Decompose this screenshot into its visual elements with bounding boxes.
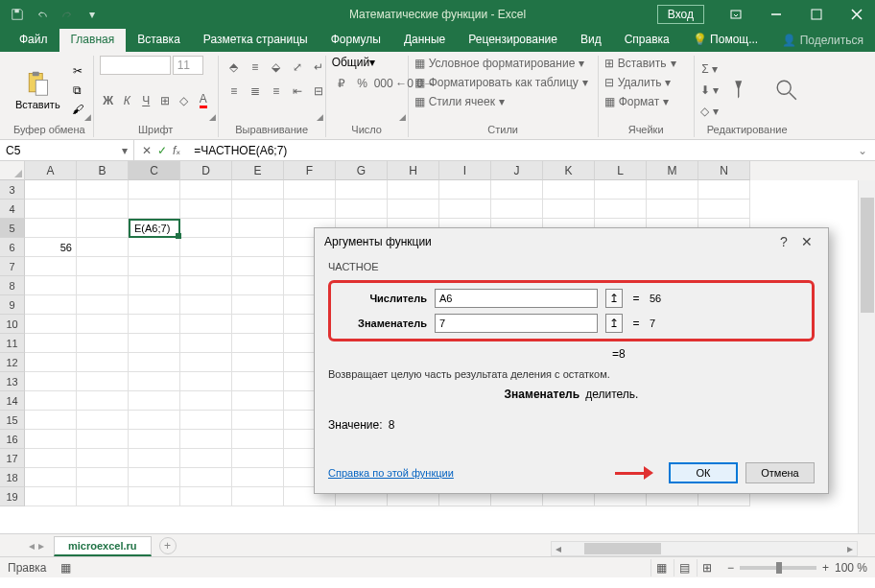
row-header[interactable]: 8	[0, 276, 25, 295]
percent-icon[interactable]: %	[353, 74, 372, 93]
cell[interactable]	[180, 257, 232, 276]
cell[interactable]	[232, 372, 284, 391]
column-header[interactable]: C	[129, 161, 180, 180]
row-header[interactable]: 6	[0, 238, 25, 257]
cell[interactable]	[180, 315, 232, 334]
cell[interactable]	[232, 430, 284, 449]
fill-icon[interactable]: ⬇ ▾	[700, 81, 720, 100]
signin-button[interactable]: Вход	[657, 5, 704, 24]
cell[interactable]	[336, 200, 388, 219]
select-all-corner[interactable]	[0, 161, 25, 180]
cell[interactable]	[180, 430, 232, 449]
row-header[interactable]: 12	[0, 353, 25, 372]
ok-button[interactable]: ОК	[669, 462, 738, 483]
cell[interactable]	[232, 200, 284, 219]
view-normal-icon[interactable]: ▦	[650, 559, 672, 576]
sort-filter-button[interactable]	[727, 75, 762, 106]
cell[interactable]	[77, 257, 129, 276]
redo-icon[interactable]	[56, 3, 79, 26]
cell[interactable]	[232, 487, 284, 506]
cell[interactable]	[25, 468, 77, 487]
close-icon[interactable]: ✕	[795, 234, 818, 249]
cell[interactable]	[543, 180, 595, 200]
dialog-launcher-icon[interactable]: ◢	[209, 112, 216, 122]
font-name-combo[interactable]	[100, 56, 171, 75]
cancel-formula-icon[interactable]: ✕	[142, 144, 152, 157]
cell[interactable]	[232, 276, 284, 295]
column-header[interactable]: M	[647, 161, 698, 180]
arg-input-numerator[interactable]	[435, 289, 598, 308]
cell[interactable]	[180, 238, 232, 257]
cell[interactable]	[180, 449, 232, 468]
align-right-icon[interactable]: ≡	[267, 82, 286, 101]
column-header[interactable]: I	[439, 161, 491, 180]
cell[interactable]	[25, 257, 77, 276]
cell[interactable]	[129, 353, 180, 372]
align-center-icon[interactable]: ≣	[246, 82, 265, 101]
name-box-input[interactable]	[6, 144, 102, 157]
cell[interactable]	[180, 180, 232, 200]
cell[interactable]	[25, 411, 77, 430]
align-top-icon[interactable]: ⬘	[225, 58, 244, 77]
cell[interactable]	[595, 180, 647, 200]
tab-file[interactable]: Файл	[8, 29, 59, 52]
row-header[interactable]: 14	[0, 391, 25, 411]
cell[interactable]	[129, 315, 180, 334]
row-header[interactable]: 3	[0, 180, 25, 200]
row-header[interactable]: 13	[0, 372, 25, 391]
next-sheet-icon[interactable]: ▸	[38, 539, 44, 553]
column-header[interactable]: B	[77, 161, 129, 180]
font-color-icon[interactable]: А	[195, 91, 212, 110]
cell[interactable]	[77, 334, 129, 353]
cut-icon[interactable]: ✂	[68, 62, 87, 80]
cell[interactable]	[232, 238, 284, 257]
cell[interactable]	[129, 295, 180, 315]
cell[interactable]	[698, 200, 750, 219]
add-sheet-icon[interactable]: +	[159, 537, 177, 554]
column-header[interactable]: H	[388, 161, 439, 180]
cell[interactable]	[180, 200, 232, 219]
cell[interactable]	[439, 200, 491, 219]
column-header[interactable]: G	[336, 161, 388, 180]
column-header[interactable]: D	[180, 161, 232, 180]
cell[interactable]	[647, 200, 698, 219]
tab-review[interactable]: Рецензирование	[457, 29, 569, 52]
number-format-combo[interactable]: Общий▾	[332, 56, 403, 69]
find-select-button[interactable]	[769, 75, 804, 106]
collapse-dialog-icon[interactable]: ↥	[605, 314, 623, 333]
cell[interactable]	[25, 276, 77, 295]
row-header[interactable]: 16	[0, 430, 25, 449]
cell[interactable]	[232, 334, 284, 353]
maximize-icon[interactable]	[798, 0, 835, 29]
cell[interactable]	[77, 372, 129, 391]
cell[interactable]	[388, 200, 439, 219]
cell[interactable]	[129, 372, 180, 391]
arg-input-denominator[interactable]	[435, 314, 598, 333]
cell[interactable]: 56	[25, 238, 77, 257]
cell[interactable]	[129, 180, 180, 200]
cell[interactable]	[77, 219, 129, 238]
cell[interactable]	[543, 200, 595, 219]
column-header[interactable]: L	[595, 161, 647, 180]
minimize-icon[interactable]	[758, 0, 794, 29]
comma-icon[interactable]: 000	[374, 74, 393, 93]
cell[interactable]	[232, 449, 284, 468]
zoom-slider[interactable]	[740, 566, 816, 570]
cell[interactable]	[25, 353, 77, 372]
cell[interactable]	[77, 411, 129, 430]
name-box[interactable]: ▾	[0, 140, 134, 160]
sheet-tab[interactable]: microexcel.ru	[54, 536, 152, 556]
cell[interactable]	[232, 315, 284, 334]
dialog-launcher-icon[interactable]: ◢	[317, 112, 323, 122]
cell[interactable]	[25, 315, 77, 334]
cell[interactable]	[77, 391, 129, 411]
insert-cells-button[interactable]: ⊞ Вставить ▾	[604, 56, 676, 71]
cell[interactable]	[232, 257, 284, 276]
format-as-table-button[interactable]: ▦ Форматировать как таблицу ▾	[414, 75, 588, 90]
cancel-button[interactable]: Отмена	[745, 462, 815, 483]
cell[interactable]	[77, 487, 129, 506]
cell[interactable]	[77, 315, 129, 334]
cell[interactable]	[129, 449, 180, 468]
undo-icon[interactable]	[31, 3, 54, 26]
cell[interactable]	[129, 334, 180, 353]
